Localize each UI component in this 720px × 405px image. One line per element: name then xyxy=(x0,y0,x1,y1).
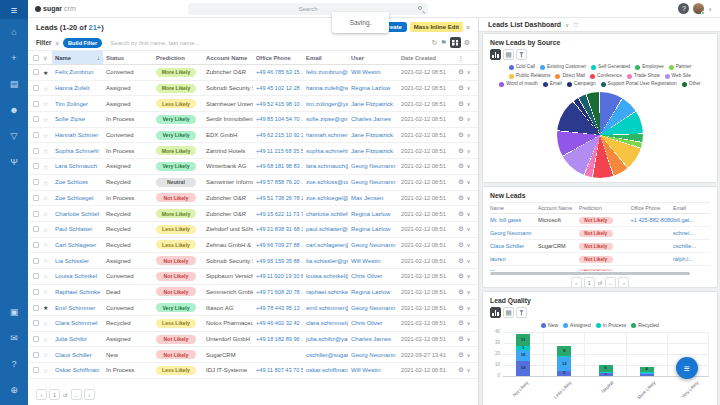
user-link[interactable]: Will Westin xyxy=(351,367,381,373)
gear-icon[interactable]: ⚙ xyxy=(458,257,464,265)
user-link[interactable]: Charles James xyxy=(351,116,391,122)
lead-funnel-icon[interactable]: Ψ xyxy=(0,149,28,175)
user-link[interactable]: Georg Neumann xyxy=(351,242,395,248)
table-row[interactable]: ★Emil SchimmerConvertedVery LikelyIliaso… xyxy=(28,300,478,316)
office-phone-link[interactable]: +49 66 709 27 88 ... xyxy=(256,242,303,248)
table-row[interactable]: ☆Lia SchisslerAssignedNot LikelySobrudt … xyxy=(28,253,478,269)
lead-name-link[interactable]: Claus Schiller xyxy=(55,352,92,358)
lead-name-link[interactable]: lauren xyxy=(490,256,506,262)
user-link[interactable]: Jane Fitzpatrick xyxy=(351,132,393,138)
current-page-button[interactable]: 1 xyxy=(584,277,595,288)
table-row[interactable]: ☆Sofie ZipseIn ProcessVery LikelySerdir … xyxy=(28,112,478,128)
lead-name-link[interactable]: Charlotte Schlief xyxy=(55,211,99,217)
office-phone-link[interactable]: +49 11 920 19 30 88 xyxy=(256,273,303,279)
user-link[interactable]: Jane Fitzpatrick xyxy=(351,101,393,107)
user-link[interactable]: Regina Lazlow xyxy=(351,85,390,91)
new-leads-column-header[interactable]: Office Phone xyxy=(630,205,673,211)
legend-item[interactable]: Partner xyxy=(669,64,692,71)
legend-item[interactable]: Email xyxy=(543,81,562,88)
email-link[interactable]: sophia.schmehl@o... xyxy=(306,148,348,154)
email-link[interactable]: carl.schlageter@h... xyxy=(306,242,348,248)
gear-icon[interactable]: ⚙ xyxy=(458,162,464,170)
table-row[interactable]: ☆Clara SchimmelRecycledLess LikelyNotox … xyxy=(28,316,478,332)
email-link[interactable]: tim.zolinger@yah... xyxy=(306,101,348,107)
favorite-star-icon[interactable]: ☆ xyxy=(41,116,52,123)
row-caret-icon[interactable]: ∨ xyxy=(467,211,471,217)
user-link[interactable]: Chris Oliver xyxy=(351,273,382,279)
lead-name-link[interactable]: Mr. ... xyxy=(490,269,504,271)
user-link[interactable]: Chris Oliver xyxy=(351,320,382,326)
gear-icon[interactable]: ⚙ xyxy=(458,351,464,359)
office-phone-link[interactable]: +49 68 181 98 83 ... xyxy=(256,163,303,169)
favorite-star-icon[interactable]: ★ xyxy=(41,304,52,311)
email-link[interactable]: oskar.schiffman@... xyxy=(306,367,348,373)
gear-icon[interactable]: ⚙ xyxy=(458,335,464,343)
column-header-prediction[interactable]: Prediction xyxy=(153,55,203,61)
lead-name-link[interactable]: Clara Schimmel xyxy=(55,320,97,326)
legend-item[interactable]: Other xyxy=(682,81,701,88)
email-link[interactable]: charlotte.schlief@... xyxy=(306,211,348,217)
favorite-star-icon[interactable]: ☆ xyxy=(41,241,52,248)
office-phone-link[interactable]: +49 78 443 95 13 ... xyxy=(256,305,303,311)
view-toggle-button[interactable] xyxy=(450,37,461,48)
email-link[interactable]: lara.schmauch@a... xyxy=(306,163,348,169)
prev-page-button[interactable]: ‹ xyxy=(36,389,47,400)
row-caret-icon[interactable]: ∨ xyxy=(467,163,471,169)
email-link[interactable]: sofie.zipse@gmx.de xyxy=(306,116,348,122)
gear-icon[interactable]: ⚙ xyxy=(458,194,464,202)
gear-icon[interactable]: ⚙ xyxy=(464,39,470,47)
row-checkbox[interactable] xyxy=(28,116,41,122)
build-filter-button[interactable]: Build Filter xyxy=(63,38,102,48)
row-checkbox[interactable] xyxy=(28,132,41,138)
row-checkbox[interactable] xyxy=(28,179,41,185)
profile-caret-icon[interactable]: ∨ xyxy=(708,6,712,12)
user-link[interactable]: Max Jensen xyxy=(351,195,383,201)
favorite-star-icon[interactable]: ☆ xyxy=(41,351,52,358)
email-link[interactable]: lia.schissler@gmx... xyxy=(306,258,348,264)
email-link[interactable]: julia.schiltz@yaho... xyxy=(306,336,348,342)
legend-item[interactable]: Conference xyxy=(590,73,622,80)
favorite-star-icon[interactable]: ☆ xyxy=(41,147,52,154)
favorite-star-icon[interactable]: ☆ xyxy=(41,163,52,170)
row-checkbox[interactable] xyxy=(28,85,41,91)
row-checkbox[interactable] xyxy=(28,226,41,232)
new-leads-column-header[interactable]: Name xyxy=(490,205,538,211)
office-phone-link[interactable]: +49 45 102 12 28 ... xyxy=(256,85,303,91)
notes-icon[interactable]: ▣ xyxy=(0,299,28,325)
column-header-office-phone[interactable]: Office Phone xyxy=(253,55,303,61)
table-row[interactable]: ☆Hannah SchmerConvertedVery LikelyEDX Gm… xyxy=(28,128,478,144)
row-checkbox[interactable] xyxy=(28,242,41,248)
email-link[interactable]: raphael.schinke@y... xyxy=(306,289,348,295)
more-pages-button[interactable]: ... xyxy=(71,389,82,400)
actions-expand-icon[interactable]: » xyxy=(466,24,470,31)
office-phone-link[interactable]: +49 51 738 26 78 21 xyxy=(256,195,303,201)
favorite-star-icon[interactable]: ☆ xyxy=(41,367,52,374)
table-view-button[interactable]: ▦ xyxy=(503,49,514,60)
list-item[interactable]: Mr. ...Not Likely xyxy=(490,266,710,271)
flag-icon[interactable]: ⚑ xyxy=(440,39,446,47)
lead-name-link[interactable]: Claus Schiller xyxy=(490,243,524,249)
dashboard-caret-icon[interactable]: ∨ xyxy=(565,22,569,28)
help-icon[interactable]: ? xyxy=(0,351,28,377)
table-row[interactable]: ☆Carl SchlageterRecycledLess LikelyZehna… xyxy=(28,238,478,254)
row-caret-icon[interactable]: ∨ xyxy=(467,289,471,295)
list-item[interactable]: Claus SchillerSugarCRMNot Likelycschille… xyxy=(490,240,710,253)
row-caret-icon[interactable]: ∨ xyxy=(467,320,471,326)
column-header-email[interactable]: Email xyxy=(303,55,348,61)
legend-item[interactable]: Word of mouth xyxy=(499,81,537,88)
pie-chart[interactable] xyxy=(557,92,643,178)
user-link[interactable]: Regina Lazlow xyxy=(351,211,390,217)
lead-name-link[interactable]: Raphael Schinke xyxy=(55,289,100,295)
email-link[interactable]: zoe.schloss@outlo... xyxy=(306,179,348,185)
table-row[interactable]: ☆Oskar SchiffmanIn ProcessLess LikelyIDJ… xyxy=(28,363,478,379)
favorite-star-icon[interactable]: ☆ xyxy=(41,210,52,217)
new-leads-column-header[interactable]: Prediction xyxy=(579,205,631,211)
user-link[interactable]: Georg Neumann xyxy=(351,179,395,185)
list-item[interactable]: Mr. bill gatesMicrosoftNot Likely+1 425-… xyxy=(490,214,710,227)
table-row[interactable]: ☆Louisa SchinkelConvertedNot LikelySippb… xyxy=(28,269,478,285)
row-checkbox[interactable] xyxy=(28,305,41,311)
bar-column[interactable]: 1410311 xyxy=(503,333,544,376)
row-caret-icon[interactable]: ∨ xyxy=(467,116,471,122)
office-phone-link[interactable]: +49 57 858 76 20 ... xyxy=(256,179,303,185)
office-phone-link[interactable]: +49 11 215 68 35 59 xyxy=(256,148,303,154)
